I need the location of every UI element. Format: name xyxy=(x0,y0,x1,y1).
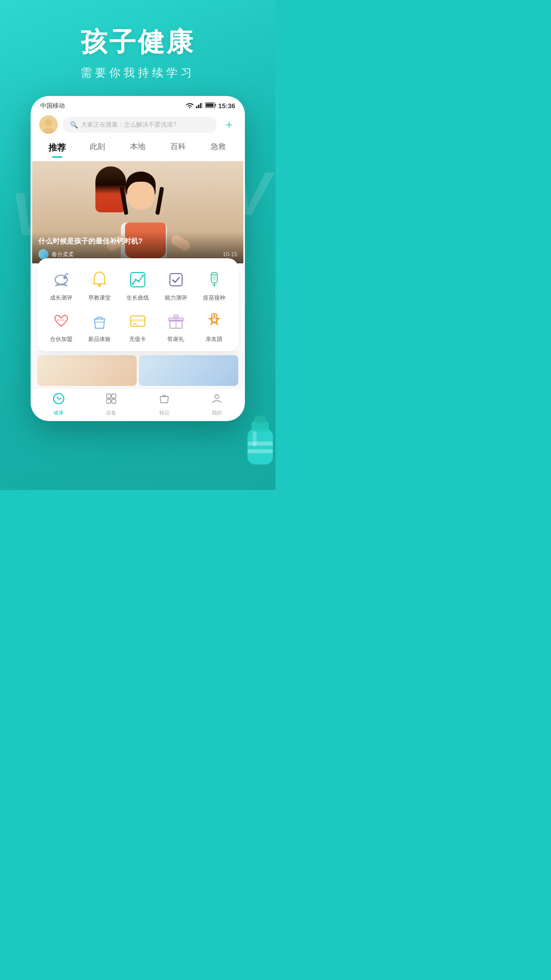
feature-growth-curve[interactable]: 生长曲线 xyxy=(119,268,157,302)
bottom-nav-device[interactable]: 设备 xyxy=(85,393,138,416)
svg-point-19 xyxy=(132,283,134,285)
svg-rect-44 xyxy=(247,429,273,464)
health-label: 健康 xyxy=(54,409,64,416)
boutique-label: 精品 xyxy=(159,409,169,416)
svg-point-21 xyxy=(138,280,140,282)
bottom-nav-boutique[interactable]: 精品 xyxy=(138,393,191,416)
svg-point-46 xyxy=(254,415,266,424)
feature-gift[interactable]: 答谢礼 xyxy=(157,310,195,343)
partnership-label: 合伙加盟 xyxy=(50,335,72,343)
svg-line-13 xyxy=(66,274,68,275)
vaccine-label: 疫苗接种 xyxy=(203,294,226,302)
partnership-icon xyxy=(50,310,72,332)
feature-ability-eval[interactable]: 能力测评 xyxy=(157,268,195,302)
svg-rect-6 xyxy=(206,104,213,107)
svg-rect-48 xyxy=(247,449,273,453)
hero-section: 孩子健康 需要你我持续学习 xyxy=(0,0,276,81)
early-edu-icon xyxy=(88,268,111,291)
svg-rect-2 xyxy=(200,103,202,108)
svg-rect-41 xyxy=(107,399,111,403)
feature-recharge-card[interactable]: 充值卡 xyxy=(119,310,157,343)
article-meta: 春分柔柔 10-15 xyxy=(38,249,237,259)
thumb-2[interactable] xyxy=(139,355,238,386)
bottle-decoration xyxy=(235,413,276,475)
gift-label: 答谢礼 xyxy=(167,335,184,343)
phone-frame: 中国移动 xyxy=(31,96,245,421)
carrier-text: 中国移动 xyxy=(40,102,65,110)
author-info: 春分柔柔 xyxy=(38,249,74,259)
mine-icon xyxy=(211,393,223,408)
new-product-label: 新品体验 xyxy=(88,335,111,343)
new-product-icon xyxy=(88,310,111,332)
svg-rect-5 xyxy=(215,104,216,106)
svg-line-12 xyxy=(65,274,66,276)
hero-subtitle: 需要你我持续学习 xyxy=(0,65,276,81)
mine-label: 我的 xyxy=(212,409,222,416)
phone-mockup: 中国移动 xyxy=(31,96,245,421)
feature-grid-row1: 成长测评 早教课堂 xyxy=(42,268,233,343)
article-card[interactable]: 什么时候是孩子的最佳补钙时机? 春分柔柔 10-15 xyxy=(32,161,243,263)
svg-rect-33 xyxy=(133,323,137,325)
signal-icon xyxy=(196,102,203,110)
svg-point-22 xyxy=(142,275,144,277)
bottom-nav-mine[interactable]: 我的 xyxy=(191,393,244,416)
svg-point-20 xyxy=(135,279,137,281)
recharge-card-icon xyxy=(127,310,149,332)
feature-growth-eval[interactable]: 成长测评 xyxy=(42,268,81,302)
feature-vaccine[interactable]: 疫苗接种 xyxy=(195,268,233,302)
app-header: 🔍 大家正在搜索：怎么解决不爱洗澡? ＋ xyxy=(32,112,243,139)
tab-wiki[interactable]: 百科 xyxy=(158,139,198,157)
early-edu-label: 早教课堂 xyxy=(88,294,111,302)
growth-curve-label: 生长曲线 xyxy=(127,294,149,302)
svg-rect-3 xyxy=(202,102,203,108)
svg-point-43 xyxy=(215,395,219,399)
health-icon xyxy=(53,393,65,408)
status-bar: 中国移动 xyxy=(32,97,243,112)
device-icon xyxy=(105,393,117,408)
article-date: 10-15 xyxy=(223,251,237,257)
battery-icon xyxy=(205,102,216,110)
svg-rect-47 xyxy=(247,442,273,446)
search-icon: 🔍 xyxy=(70,121,78,129)
search-placeholder-text: 大家正在搜索：怎么解决不爱洗澡? xyxy=(81,120,177,129)
author-name: 春分柔柔 xyxy=(52,251,74,258)
growth-eval-label: 成长测评 xyxy=(50,294,72,302)
thumb-1[interactable] xyxy=(37,355,137,386)
device-label: 设备 xyxy=(106,409,116,416)
recharge-card-label: 充值卡 xyxy=(129,335,146,343)
ability-eval-icon xyxy=(165,268,187,291)
bottom-nav-health[interactable]: 健康 xyxy=(32,393,85,416)
svg-rect-23 xyxy=(170,274,182,286)
svg-rect-42 xyxy=(112,399,116,403)
nav-tabs: 推荐 此刻 本地 百科 急救 xyxy=(32,139,243,161)
status-right: 15:36 xyxy=(186,102,235,110)
feature-friends-group[interactable]: 亲友团 xyxy=(195,310,233,343)
gift-icon xyxy=(165,310,187,332)
article-title: 什么时候是孩子的最佳补钙时机? xyxy=(38,237,237,246)
feature-card: 成长测评 早教课堂 xyxy=(37,258,238,351)
add-button[interactable]: ＋ xyxy=(222,117,236,132)
ability-eval-label: 能力测评 xyxy=(165,294,187,302)
boutique-icon xyxy=(158,393,170,408)
svg-point-16 xyxy=(98,284,101,287)
feature-new-product[interactable]: 新品体验 xyxy=(81,310,119,343)
search-bar[interactable]: 🔍 大家正在搜索：怎么解决不爱洗澡? xyxy=(63,117,217,133)
svg-rect-49 xyxy=(253,431,257,447)
growth-eval-icon xyxy=(50,268,72,291)
tab-moment[interactable]: 此刻 xyxy=(78,139,118,157)
svg-rect-0 xyxy=(196,106,197,108)
friends-group-label: 亲友团 xyxy=(206,335,222,343)
user-avatar[interactable] xyxy=(39,115,58,134)
feature-early-edu[interactable]: 早教课堂 xyxy=(81,268,119,302)
vaccine-icon xyxy=(203,268,226,291)
thumbnail-strip xyxy=(32,351,243,388)
svg-point-8 xyxy=(45,119,52,126)
tab-local[interactable]: 本地 xyxy=(118,139,158,157)
svg-rect-39 xyxy=(107,394,111,398)
tab-emergency[interactable]: 急救 xyxy=(198,139,238,157)
svg-rect-32 xyxy=(131,319,145,322)
tab-recommend[interactable]: 推荐 xyxy=(37,139,78,157)
author-avatar xyxy=(38,249,48,259)
feature-partnership[interactable]: 合伙加盟 xyxy=(42,310,81,343)
svg-rect-40 xyxy=(112,394,116,398)
